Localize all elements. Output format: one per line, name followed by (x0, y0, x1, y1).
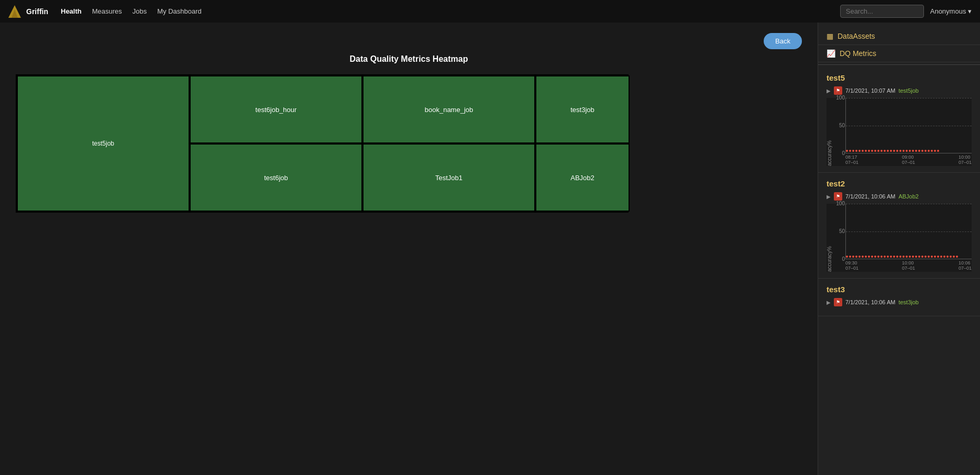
metric-group-test3: test3 ▶ ⚑ 7/1/2021, 10:06 AM test3job (818, 279, 980, 316)
x-label-2: 09:0007–01 (902, 154, 915, 165)
dot (896, 256, 898, 258)
dot (931, 256, 933, 258)
nav-links: Health Measures Jobs My Dashboard (61, 7, 202, 15)
dot (877, 256, 879, 258)
heatmap-cell-test5job[interactable]: test5job (17, 75, 190, 212)
dot (906, 150, 908, 152)
nav-jobs[interactable]: Jobs (133, 7, 147, 15)
nav-my-dashboard[interactable]: My Dashboard (157, 7, 202, 15)
dot (893, 256, 895, 258)
alert-icon-test2: ⚑ (834, 192, 842, 201)
dot (934, 150, 936, 152)
dot (865, 150, 867, 152)
dot (855, 150, 857, 152)
dot (862, 256, 864, 258)
dot (946, 256, 949, 258)
dot (928, 150, 930, 152)
heatmap-cell-test3job[interactable]: test3job (535, 75, 630, 143)
dot (890, 150, 892, 152)
chart-test5: accuracy% 100 50 0 (827, 98, 972, 166)
heatmap-cell-test6job-hour[interactable]: test6job_hour (190, 75, 362, 143)
expand-arrow-test2[interactable]: ▶ (827, 194, 831, 200)
nav-right: Anonymous ▾ (840, 5, 972, 18)
chart-ylabel-test2: accuracy% (827, 204, 832, 272)
back-button[interactable]: Back (764, 33, 802, 49)
dot (858, 256, 861, 258)
metric-group-test2: test2 ▶ ⚑ 7/1/2021, 10:06 AM ABJob2 accu… (818, 173, 980, 279)
chart-dots-test2 (846, 256, 972, 258)
dot (956, 256, 958, 258)
dot (902, 256, 905, 258)
dot (918, 256, 920, 258)
content-area: Back Data Quality Metrics Heatmap test6j… (0, 23, 818, 475)
dot (928, 256, 930, 258)
chart-xlabels-test2: 09:3007–01 10:0007–01 10:0607–01 (845, 259, 972, 272)
dot (871, 256, 873, 258)
dot (931, 150, 933, 152)
nav-measures[interactable]: Measures (92, 7, 122, 15)
dot (899, 150, 901, 152)
sidebar-item-dqmetrics[interactable]: 📈 DQ Metrics (818, 45, 980, 62)
logo: Griffin (6, 3, 48, 20)
dot (915, 150, 917, 152)
gridline-50-test5 (846, 126, 972, 126)
dot (849, 150, 851, 152)
dot (855, 256, 857, 258)
expand-arrow-test3[interactable]: ▶ (827, 300, 831, 305)
chart-xlabels-test5: 08:1707–01 09:0007–01 10:0007–01 (845, 153, 972, 166)
metric-job-test5: test5job (898, 87, 919, 94)
heatmap-title: Data Quality Metrics Heatmap (16, 54, 802, 64)
nav-health[interactable]: Health (61, 7, 82, 15)
x-label-2: 10:0007–01 (902, 260, 915, 271)
dot (871, 150, 873, 152)
dot (899, 256, 901, 258)
y100-test5: 100 (836, 95, 845, 101)
y100-test2: 100 (836, 201, 845, 206)
x-label-1: 09:3007–01 (845, 260, 858, 271)
dot (902, 150, 905, 152)
y0-test5: 0 (842, 150, 845, 156)
heatmap-cell-book-name-job[interactable]: book_name_job (362, 75, 535, 143)
dot (862, 150, 864, 152)
alert-icon-test5: ⚑ (834, 86, 842, 95)
metric-job-test3: test3job (898, 299, 919, 305)
y50-test2: 50 (839, 228, 845, 234)
dot (906, 256, 908, 258)
dot (884, 256, 886, 258)
table-icon: ▦ (827, 32, 833, 40)
dot (852, 256, 854, 258)
alert-icon-test3: ⚑ (834, 298, 842, 306)
y0-test2: 0 (842, 256, 845, 262)
logo-icon (6, 3, 23, 20)
metric-entry-test3: ▶ ⚑ 7/1/2021, 10:06 AM test3job (827, 298, 972, 306)
dot (943, 256, 945, 258)
chart-ylabel-test5: accuracy% (827, 98, 832, 166)
dot (887, 256, 889, 258)
dot (874, 150, 876, 152)
metric-date-test5: 7/1/2021, 10:07 AM (845, 87, 895, 94)
dot (896, 150, 898, 152)
dot (887, 150, 889, 152)
heatmap-cell-abjob2[interactable]: ABJob2 (535, 143, 630, 212)
metric-job-test2: ABJob2 (898, 193, 919, 200)
dot (934, 256, 936, 258)
dot (884, 150, 886, 152)
gridline-50-test2 (846, 231, 972, 232)
dot (921, 150, 923, 152)
logo-text: Griffin (26, 7, 48, 16)
dot (909, 256, 911, 258)
dataassets-label: DataAssets (838, 32, 875, 40)
dot (846, 256, 848, 258)
search-input[interactable] (840, 5, 924, 18)
sidebar-item-dataassets[interactable]: ▦ DataAssets (818, 28, 980, 45)
dot (890, 256, 892, 258)
chart-dots-test5 (846, 150, 972, 152)
expand-arrow-test5[interactable]: ▶ (827, 88, 831, 94)
user-menu[interactable]: Anonymous ▾ (930, 7, 972, 15)
dot (953, 256, 955, 258)
metric-group-title-test2: test2 (827, 179, 972, 188)
heatmap-cell-test6job[interactable]: test6job (190, 143, 362, 212)
metric-date-test2: 7/1/2021, 10:06 AM (845, 193, 895, 200)
heatmap-cell-testjob1[interactable]: TestJob1 (362, 143, 535, 212)
dot (874, 256, 876, 258)
